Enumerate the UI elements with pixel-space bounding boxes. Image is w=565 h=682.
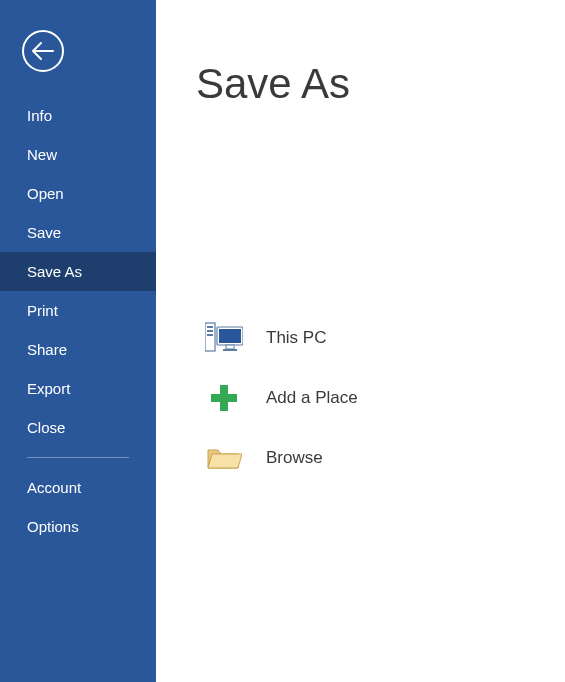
sidebar-item-label: Print [27, 302, 58, 319]
option-label: Browse [266, 448, 323, 468]
sidebar-item-new[interactable]: New [0, 135, 156, 174]
page-title: Save As [196, 60, 565, 108]
option-label: This PC [266, 328, 326, 348]
arrow-left-icon [32, 42, 54, 60]
svg-rect-2 [207, 330, 213, 332]
main-panel: Save As This PC Add a Place [156, 0, 565, 682]
sidebar-item-label: Info [27, 107, 52, 124]
svg-rect-6 [226, 345, 234, 349]
folder-icon [204, 440, 244, 476]
sidebar-item-close[interactable]: Close [0, 408, 156, 447]
sidebar-item-open[interactable]: Open [0, 174, 156, 213]
this-pc-icon [204, 320, 244, 356]
sidebar-divider [27, 457, 129, 458]
sidebar-item-share[interactable]: Share [0, 330, 156, 369]
svg-rect-1 [207, 326, 213, 328]
sidebar-item-label: Account [27, 479, 81, 496]
option-label: Add a Place [266, 388, 358, 408]
sidebar-item-label: Close [27, 419, 65, 436]
sidebar-item-info[interactable]: Info [0, 96, 156, 135]
sidebar-item-label: Share [27, 341, 67, 358]
sidebar-item-account[interactable]: Account [0, 468, 156, 507]
save-location-this-pc[interactable]: This PC [196, 308, 565, 368]
save-location-add-place[interactable]: Add a Place [196, 368, 565, 428]
back-button[interactable] [22, 30, 64, 72]
svg-rect-9 [211, 394, 237, 402]
plus-icon [204, 380, 244, 416]
sidebar-item-label: Save [27, 224, 61, 241]
svg-rect-5 [219, 329, 241, 343]
sidebar-item-save-as[interactable]: Save As [0, 252, 156, 291]
sidebar-item-label: Save As [27, 263, 82, 280]
sidebar-item-label: Options [27, 518, 79, 535]
svg-rect-7 [223, 349, 237, 351]
sidebar-item-export[interactable]: Export [0, 369, 156, 408]
sidebar-item-print[interactable]: Print [0, 291, 156, 330]
sidebar-item-options[interactable]: Options [0, 507, 156, 546]
sidebar-item-label: New [27, 146, 57, 163]
backstage-sidebar: Info New Open Save Save As Print Share E… [0, 0, 156, 682]
sidebar-item-label: Export [27, 380, 70, 397]
sidebar-item-label: Open [27, 185, 64, 202]
save-location-browse[interactable]: Browse [196, 428, 565, 488]
svg-rect-3 [207, 334, 213, 336]
sidebar-item-save[interactable]: Save [0, 213, 156, 252]
